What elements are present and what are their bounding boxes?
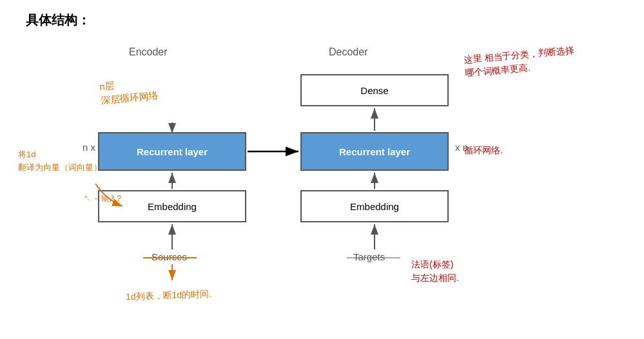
ann-input-arrow: ↖ ←输入?	[84, 193, 121, 204]
dec-embedding-box: Embedding	[300, 190, 449, 222]
ann-1d-list: 1d列表，断1d的时间.	[126, 289, 212, 304]
ann-n-layers: n层 深层循环网络	[99, 75, 159, 107]
encoder-label: Encoder	[129, 46, 168, 58]
targets-label: Targets	[353, 251, 385, 262]
page-container: 具体结构： Encoder Decoder Recurrent layer Em…	[0, 0, 644, 339]
ann-french-label: 法语(标签) 与左边相同.	[411, 258, 459, 285]
dec-dense-box: Dense	[300, 74, 449, 106]
ann-classify: 这里 相当于分类，判断选择 哪个词概率更高.	[463, 44, 576, 81]
enc-recurrent-box: Recurrent layer	[98, 132, 246, 171]
ann-recurrent-net: 循环网络.	[464, 145, 503, 157]
sources-label: Sources	[151, 251, 187, 262]
decoder-label: Decoder	[329, 46, 367, 58]
dec-recurrent-box: Recurrent layer	[300, 132, 449, 171]
page-title: 具体结构：	[26, 12, 90, 29]
ann-embed-desc: 将1d 翻译为向量（词向量）	[18, 148, 102, 173]
